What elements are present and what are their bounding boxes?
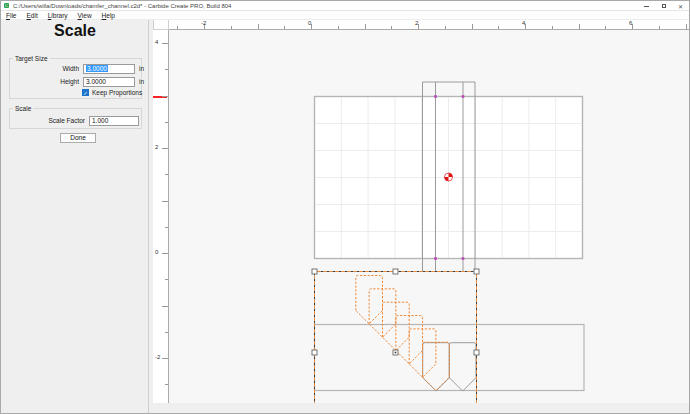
h-ruler-label: 4 bbox=[522, 20, 525, 26]
width-label: Width bbox=[41, 65, 79, 72]
close-button[interactable]: ✕ bbox=[672, 1, 689, 11]
v-ruler-label: -2 bbox=[155, 354, 160, 360]
ruler-corner bbox=[153, 20, 169, 30]
window-controls: ✕ bbox=[638, 1, 689, 11]
window-title: C:/Users/willa/Downloads/chamfer_channel… bbox=[13, 3, 231, 9]
menu-items: FileEditLibraryViewHelp bbox=[1, 11, 120, 20]
h-ruler-label: -2 bbox=[201, 20, 206, 26]
app-window: C C:/Users/willa/Downloads/chamfer_chann… bbox=[0, 0, 690, 414]
maximize-button[interactable] bbox=[655, 1, 672, 11]
width-input[interactable]: 3.0000 bbox=[83, 64, 135, 74]
minimize-icon bbox=[644, 6, 649, 7]
canvas-area[interactable] bbox=[169, 30, 690, 403]
selected-chamfer-vectors[interactable] bbox=[356, 276, 449, 391]
height-unit: in bbox=[139, 78, 144, 85]
selection-handle[interactable] bbox=[393, 269, 398, 274]
width-unit: in bbox=[139, 65, 144, 72]
scale-factor-value: 1.000 bbox=[92, 117, 108, 124]
v-ruler-label: 2 bbox=[155, 144, 158, 150]
scale-factor-input[interactable]: 1.000 bbox=[89, 116, 139, 126]
v-ruler-label: 4 bbox=[155, 39, 158, 45]
keep-proportions-checkbox[interactable]: ✓ bbox=[82, 89, 89, 96]
app-icon: C bbox=[4, 3, 9, 8]
maximize-icon bbox=[662, 4, 666, 8]
width-value: 3.0000 bbox=[86, 65, 108, 72]
target-size-group-label: Target Size bbox=[13, 55, 50, 62]
scale-factor-label: Scale Factor bbox=[37, 117, 85, 124]
vertical-ruler: 420-2 bbox=[153, 30, 169, 403]
horizontal-ruler: -20246 bbox=[169, 20, 690, 30]
selection-handle[interactable] bbox=[474, 269, 479, 274]
height-input[interactable]: 3.0000 bbox=[83, 77, 135, 87]
panel-title: Scale bbox=[1, 22, 149, 40]
menu-file[interactable]: File bbox=[1, 11, 22, 20]
menu-help[interactable]: Help bbox=[97, 11, 120, 20]
close-icon: ✕ bbox=[678, 3, 683, 10]
origin-marker bbox=[445, 173, 453, 181]
title-bar: C C:/Users/willa/Downloads/chamfer_chann… bbox=[1, 1, 689, 11]
scale-panel: Scale Target Size Width 3.0000 in Height… bbox=[1, 20, 149, 414]
selection-handle[interactable] bbox=[312, 269, 317, 274]
keep-proportions-label: Keep Proportions bbox=[92, 89, 142, 96]
minimize-button[interactable] bbox=[638, 1, 655, 11]
menu-bar: FileEditLibraryViewHelp bbox=[1, 11, 689, 20]
selection-handle[interactable] bbox=[474, 350, 479, 355]
done-button[interactable]: Done bbox=[60, 133, 96, 143]
menu-view[interactable]: View bbox=[73, 11, 97, 20]
menu-library[interactable]: Library bbox=[43, 11, 73, 20]
selection-handle[interactable] bbox=[312, 350, 317, 355]
menu-edit[interactable]: Edit bbox=[22, 11, 43, 20]
scale-group-label: Scale bbox=[13, 105, 33, 112]
h-ruler-label: 0 bbox=[308, 20, 311, 26]
h-ruler-label: 2 bbox=[415, 20, 418, 26]
h-ruler-label: 6 bbox=[629, 20, 632, 26]
height-value: 3.0000 bbox=[86, 78, 106, 85]
v-ruler-label: 0 bbox=[155, 249, 158, 255]
height-label: Height bbox=[41, 78, 79, 85]
